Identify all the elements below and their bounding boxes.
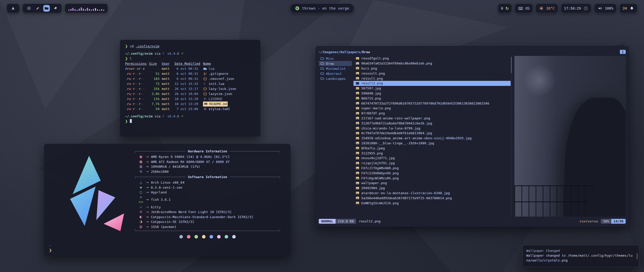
file-row[interactable]: 217167-sad-anime-rain-wallpaper.png — [353, 116, 511, 121]
file-row[interactable]: ressdfgult.png — [353, 56, 511, 61]
terminal-input-line[interactable]: ❯ — [125, 119, 255, 124]
fetch-prompt[interactable]: ~ ❯ — [49, 243, 52, 253]
lua-icon: ☾ — [203, 81, 207, 86]
file-row[interactable]: 0c794faf07de24a4db4d4fb1eb813964.jpg — [353, 131, 511, 136]
file-row[interactable]: 587597.jpg — [353, 86, 511, 91]
image-icon — [355, 141, 359, 145]
image-icon — [355, 176, 359, 180]
git-icon — [203, 72, 207, 76]
file-row[interactable]: 866715.png — [353, 96, 511, 101]
file-row[interactable]: kurz.png — [353, 66, 511, 71]
file-row[interactable]: 154928-odinokoe_anime-art-anime-okno-sin… — [353, 136, 511, 141]
folder-icon[interactable] — [43, 5, 50, 12]
file-row[interactable]: FXfcHgcWIAMzs0G.png — [353, 176, 511, 181]
file-row[interactable]: 87r687df.png — [353, 111, 511, 116]
license-icon: © — [203, 96, 207, 101]
arrow-icon: → — [146, 205, 149, 210]
file-row[interactable]: FXfcII0X0AQyn9X.png — [353, 171, 511, 176]
spotify-icon — [295, 6, 300, 11]
file-row[interactable]: 68747470733a2f2f696d616765732d7769786d70… — [353, 101, 511, 106]
visualizer-bar — [70, 9, 71, 11]
notifications-pill[interactable]: 24 — [619, 4, 637, 13]
visualizer-bar — [83, 9, 84, 11]
volume-pill[interactable]: 100% — [594, 4, 617, 13]
memory-icon: ▥ — [138, 164, 144, 169]
folderOutline-icon — [320, 67, 324, 70]
fetch-row-cpu: ▣→AMD Ryzen 9 5900X (24) @ 4.9GHz [61.3°… — [135, 154, 280, 159]
file-row[interactable]: nnvuv0xj2df71.jpg — [353, 156, 511, 161]
now-playing-pill[interactable]: thrown - on the verge — [290, 4, 354, 13]
temperature-label: 26°C — [546, 6, 555, 10]
file-row[interactable]: EeNKYgIUcAAJ5JX.png — [353, 200, 511, 206]
hardware-title: Hardware Information — [188, 149, 227, 153]
file-list: ressdfgult.png08a634fa02a32364f69ebc86a9… — [353, 56, 511, 217]
brush-icon[interactable] — [52, 5, 59, 12]
file-row[interactable]: 5a266e448add93deab367d87173e9f25-6837886… — [353, 195, 511, 200]
visualizer-bar — [79, 9, 80, 11]
weather-pill[interactable]: 26°C — [536, 4, 558, 13]
sidebar-folder-minimalist[interactable]: Minimalist — [319, 66, 352, 71]
circle-icon[interactable] — [26, 5, 32, 12]
color-dot — [202, 235, 206, 239]
notification-toast[interactable]: Wallpaper Changed Wallpaper changed to /… — [522, 245, 639, 267]
file-listing: PermissionsSizeUserDate ModifiedNamedrwx… — [125, 61, 255, 112]
color-dot — [210, 235, 213, 239]
display-icon: ⊞ — [138, 169, 144, 174]
arrow-icon: → — [146, 159, 149, 164]
sidebar-folder-draw[interactable]: Draw — [319, 61, 352, 66]
json-icon: {} — [203, 76, 207, 81]
keyboard-layout-pill[interactable]: US — [515, 4, 533, 13]
file-row[interactable]: resssult.png — [353, 71, 511, 76]
terminal-prompt-line: ~/.config/nvim via ☾ v5.4.6 ⚡ — [125, 114, 255, 119]
sidebar-folder-abstract[interactable]: Abstract — [319, 71, 352, 76]
keyboard-layout-label: US — [525, 6, 530, 10]
file-row[interactable]: re1sult.png — [353, 76, 511, 81]
file-row[interactable]: 3126f7e9bbf21a8a4af0b67b041c6e26.jpg — [353, 121, 511, 126]
pen-icon[interactable] — [34, 5, 41, 12]
image-icon — [355, 77, 359, 80]
terminal-window: ❯ cd .config/nvim ~/.config/nvim via ☾ v… — [120, 40, 260, 137]
fetch-row-font: A→JetBrainsMono Nerd Font Light 10 [GTK2… — [135, 210, 280, 215]
file-row[interactable]: super-mario.png — [353, 106, 511, 111]
file-row[interactable]: 596848.jpg — [353, 91, 511, 96]
folderOutline-icon — [320, 77, 324, 80]
file-row[interactable]: 19201080-__blue-tinge__-1920×1080.jpg — [353, 141, 511, 146]
file-row[interactable]: 20492984.jpg — [353, 186, 511, 191]
color-dot — [187, 235, 190, 239]
listing-row: .rw-r--r--183matt 6 oct 00:31{}.neoconf.… — [125, 76, 255, 81]
visualizer-bar — [91, 10, 92, 11]
notification-title: Wallpaper Changed — [526, 248, 633, 253]
visualizer-bar — [99, 10, 100, 11]
visualizer-bar — [97, 9, 98, 11]
theme-icon: ◐ — [138, 215, 144, 220]
fetch-row-terminal: ▱→kitty — [135, 205, 280, 210]
clock-pill[interactable]: 17:50:29 — [561, 4, 591, 13]
arrow-icon: → — [146, 185, 149, 190]
tab-badge[interactable]: 1 — [620, 50, 626, 54]
file-row[interactable]: result2.png — [353, 81, 511, 86]
file-row[interactable]: 3122955.png — [353, 151, 511, 156]
file-manager-header: ~/Imagenes/Wallpapers/Draw 1 — [319, 49, 626, 55]
breadcrumb-parent: ~/Imagenes/Wallpapers — [319, 50, 360, 54]
updates-pill[interactable]: 0 ↻ — [498, 4, 512, 13]
arrow-icon: → — [146, 197, 149, 202]
file-row[interactable]: 08a634fa02a32364f69ebc86a98eb1eb.png — [353, 61, 511, 66]
hardware-rows: ▣→AMD Ryzen 9 5900X (24) @ 4.9GHz [61.3°… — [135, 154, 280, 174]
visualizer-bar — [89, 9, 90, 11]
launcher-button[interactable] — [7, 4, 20, 13]
sidebar-folder-misc[interactable]: Misc — [319, 56, 352, 61]
scrollbar-thumb[interactable] — [511, 57, 512, 73]
file-row[interactable]: 8FKa7Cu.jpeg — [353, 146, 511, 151]
file-row[interactable]: chica-mirando-la-luna-8799.jpg — [353, 126, 511, 131]
lua-moon-icon: ☾ — [163, 114, 166, 118]
bolt-icon: ⚡ — [181, 114, 183, 118]
sidebar-folder-landscapes[interactable]: Landscapes — [319, 76, 352, 81]
file-row[interactable]: wallpaper.png — [353, 181, 511, 186]
file-row[interactable]: atardecer-en-la-montanas-ilustracion-634… — [353, 191, 511, 196]
notification-body: Wallpaper changed to /home/matt/.config/… — [526, 253, 633, 263]
file-row[interactable]: rsjqojlmjhf91.jpg — [353, 161, 511, 166]
notifications-count: 24 — [623, 6, 627, 10]
command-arg: .config/nvim — [136, 44, 159, 48]
file-row[interactable]: FXfcJlTXgAMvH6R.png — [353, 166, 511, 171]
listing-row: .rw-r--r--3,0kmatt26 oct 10:04{}lazyvim.… — [125, 91, 255, 96]
